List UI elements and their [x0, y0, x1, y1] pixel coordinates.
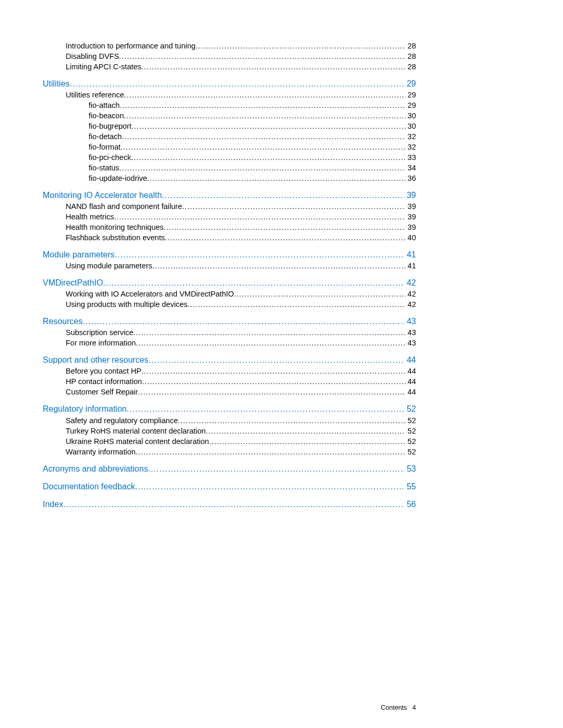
toc-leader-dots — [165, 232, 406, 243]
toc-leader-dots — [63, 499, 405, 510]
toc-page-number: 43 — [406, 338, 416, 348]
toc-leader-dots — [127, 403, 405, 415]
toc-section-heading[interactable]: Support and other resources44 — [43, 354, 416, 366]
toc-entry: Disabling DVFS28 — [43, 51, 416, 61]
toc-leader-dots — [147, 173, 406, 183]
toc-label: Regulatory information — [43, 403, 127, 415]
toc-label: Limiting APCI C-states — [66, 61, 141, 72]
toc-page-number: 44 — [406, 387, 416, 397]
toc-leader-dots — [120, 142, 406, 152]
toc-page-number: 56 — [405, 499, 416, 510]
toc-page-number: 28 — [406, 61, 416, 72]
toc-leader-dots — [142, 376, 405, 387]
toc-entry: Using module parameters41 — [43, 261, 416, 271]
toc-page-number: 29 — [406, 100, 416, 110]
toc-entry: For more information43 — [43, 338, 416, 348]
toc-leader-dots — [206, 426, 406, 436]
toc-page-number: 52 — [406, 436, 416, 447]
toc-page-number: 32 — [406, 142, 416, 152]
toc-page-number: 55 — [405, 481, 416, 492]
toc-label: fio-detach — [89, 131, 122, 142]
toc-leader-dots — [119, 163, 406, 173]
toc-entry: Turkey RoHS material content declaration… — [43, 426, 416, 436]
toc-leader-dots — [152, 261, 406, 271]
toc-leader-dots — [119, 51, 406, 61]
toc-label: Index — [43, 499, 63, 510]
toc-section-heading[interactable]: VMDirectPathIO42 — [43, 277, 416, 289]
toc-label: Flashback substitution events — [66, 232, 165, 243]
toc-label: Customer Self Repair — [66, 387, 138, 397]
toc-label: fio-bugreport — [89, 121, 131, 131]
toc-leader-dots — [122, 131, 406, 142]
toc-page-number: 33 — [406, 152, 416, 163]
toc-section-heading[interactable]: Index56 — [43, 499, 416, 510]
toc-section-heading[interactable]: Regulatory information52 — [43, 403, 416, 415]
toc-section-heading[interactable]: Utilities29 — [43, 78, 416, 90]
toc-page-number: 39 — [406, 201, 416, 212]
toc-label: Safety and regulatory compliance — [66, 415, 178, 426]
toc-leader-dots — [133, 327, 406, 338]
toc-page-number: 36 — [406, 173, 416, 183]
toc-section-heading[interactable]: Resources43 — [43, 316, 416, 327]
toc-page-number: 39 — [405, 190, 416, 201]
toc-leader-dots — [141, 61, 406, 72]
toc-section: Introduction to performance and tuning28… — [43, 41, 416, 72]
toc-label: Working with IO Accelerators and VMDirec… — [66, 289, 234, 299]
toc-leader-dots — [124, 90, 406, 100]
toc-page-number: 42 — [406, 289, 416, 299]
toc-leader-dots — [149, 354, 405, 366]
toc-label: Introduction to performance and tuning — [66, 41, 195, 51]
toc-entry: Health metrics39 — [43, 212, 416, 222]
toc-leader-dots — [182, 201, 406, 212]
toc-leader-dots — [120, 100, 406, 110]
toc-section-heading[interactable]: Module parameters41 — [43, 249, 416, 261]
toc-leader-dots — [115, 249, 405, 261]
toc-leader-dots — [136, 447, 406, 457]
toc-page-number: 41 — [406, 261, 416, 271]
toc-section: Module parameters41Using module paramete… — [43, 249, 416, 271]
toc-label: VMDirectPathIO — [43, 277, 103, 289]
toc-label: Using products with multiple devices — [66, 299, 188, 310]
toc-section: Resources43Subscription service43For mor… — [43, 316, 416, 348]
toc-page-number: 52 — [406, 426, 416, 436]
toc-leader-dots — [135, 481, 405, 492]
toc-page-number: 32 — [406, 131, 416, 142]
toc-label: fio-update-iodrive — [89, 173, 147, 183]
toc-section: Acronyms and abbreviations53 — [43, 463, 416, 475]
table-of-contents: Introduction to performance and tuning28… — [43, 41, 416, 510]
toc-entry: Using products with multiple devices42 — [43, 299, 416, 310]
toc-label: Module parameters — [43, 249, 115, 261]
toc-entry: Flashback substitution events40 — [43, 232, 416, 243]
toc-section-heading[interactable]: Acronyms and abbreviations53 — [43, 463, 416, 475]
toc-page-number: 39 — [406, 212, 416, 222]
toc-label: Resources — [43, 316, 82, 327]
toc-page-number: 52 — [405, 403, 416, 415]
toc-leader-dots — [188, 299, 406, 310]
toc-leader-dots — [141, 366, 406, 376]
toc-section-heading[interactable]: Monitoring IO Accelerator health39 — [43, 190, 416, 201]
toc-section: Regulatory information52Safety and regul… — [43, 403, 416, 456]
toc-entry: fio-attach29 — [43, 100, 416, 110]
toc-label: Documentation feedback — [43, 481, 135, 492]
toc-entry: fio-status34 — [43, 163, 416, 173]
toc-page-number: 30 — [406, 110, 416, 121]
toc-entry: Before you contact HP44 — [43, 366, 416, 376]
toc-label: fio-pci-check — [89, 152, 131, 163]
toc-page-number: 29 — [406, 90, 416, 100]
toc-leader-dots — [82, 316, 405, 327]
toc-page-number: 52 — [406, 415, 416, 426]
toc-page-number: 53 — [405, 463, 416, 475]
toc-entry: Customer Self Repair44 — [43, 387, 416, 397]
toc-label: fio-status — [89, 163, 119, 173]
toc-leader-dots — [103, 277, 405, 289]
toc-label: Ukraine RoHS material content declaratio… — [66, 436, 209, 447]
toc-leader-dots — [124, 110, 406, 121]
toc-entry: Warranty information52 — [43, 447, 416, 457]
toc-section-heading[interactable]: Documentation feedback55 — [43, 481, 416, 492]
toc-entry: fio-detach32 — [43, 131, 416, 142]
toc-label: Support and other resources — [43, 354, 149, 366]
toc-entry: fio-pci-check33 — [43, 152, 416, 163]
toc-leader-dots — [209, 436, 406, 447]
toc-label: Acronyms and abbreviations — [43, 463, 148, 475]
toc-leader-dots — [114, 212, 406, 222]
